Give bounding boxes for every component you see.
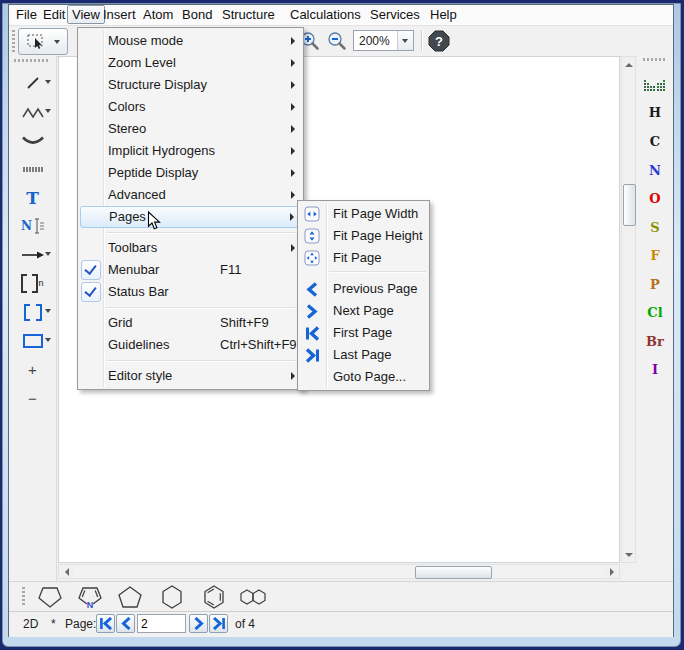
- charge-minus-tool[interactable]: −: [9, 385, 56, 411]
- bond-tool[interactable]: [9, 70, 56, 96]
- fit-page-width-icon: [304, 206, 320, 222]
- element-C[interactable]: C: [637, 132, 673, 152]
- menu-item-mouse-mode[interactable]: Mouse mode: [80, 30, 301, 52]
- submenu-arrow-icon: [291, 37, 295, 45]
- menu-item-previous-page[interactable]: Previous Page: [300, 278, 427, 300]
- horizontal-scrollbar-thumb[interactable]: [415, 566, 492, 579]
- atom-label-tool[interactable]: N: [9, 213, 56, 239]
- menu-item-peptide-display[interactable]: Peptide Display: [80, 162, 301, 184]
- bracket-tool[interactable]: [9, 299, 56, 325]
- rectangle-tool[interactable]: [9, 328, 56, 354]
- bracket-tool-dropdown-icon: [45, 309, 51, 313]
- menu-view[interactable]: View: [67, 5, 105, 24]
- toolbar-drag-handle[interactable]: [12, 30, 15, 52]
- statusbar: 2D * Page:: [9, 611, 673, 637]
- menu-bond[interactable]: Bond: [180, 5, 214, 25]
- menubar: File Edit View Insert Atom Bond Structur…: [9, 5, 673, 26]
- pyrrole-template[interactable]: N: [73, 583, 107, 610]
- elements-toolbar-drag-handle[interactable]: [643, 58, 667, 61]
- element-H[interactable]: H: [637, 103, 673, 123]
- scroll-left-button[interactable]: [59, 565, 74, 578]
- menu-structure[interactable]: Structure: [220, 5, 277, 25]
- cyclopentadiene-template[interactable]: [33, 583, 67, 610]
- zoom-combobox-dropdown[interactable]: [397, 31, 413, 50]
- menu-help[interactable]: Help: [428, 5, 459, 25]
- menu-calculations[interactable]: Calculations: [288, 5, 363, 25]
- text-tool[interactable]: T: [9, 185, 56, 211]
- menu-insert[interactable]: Insert: [101, 5, 138, 25]
- element-F[interactable]: F: [637, 246, 673, 266]
- menu-item-editor-style[interactable]: Editor style: [80, 365, 301, 387]
- template-toolbar-drag-handle[interactable]: [22, 587, 25, 607]
- menu-item-first-page[interactable]: First Page: [300, 322, 427, 344]
- menu-item-fit-page[interactable]: Fit Page: [300, 247, 427, 269]
- menu-item-stereo[interactable]: Stereo: [80, 118, 301, 140]
- page-number-input[interactable]: [137, 614, 186, 633]
- horizontal-scrollbar[interactable]: [58, 564, 620, 579]
- last-page-button[interactable]: [209, 614, 228, 633]
- arrow-tool[interactable]: [9, 242, 56, 268]
- element-O[interactable]: O: [637, 189, 673, 209]
- benzene-icon: [198, 584, 230, 610]
- hash-marks-icon: [22, 165, 44, 174]
- benzene-template[interactable]: [197, 583, 231, 610]
- cyclopentane-template[interactable]: [113, 583, 147, 610]
- cyclohexane-template[interactable]: [155, 583, 189, 610]
- element-N[interactable]: N: [637, 161, 673, 181]
- menu-atom[interactable]: Atom: [141, 5, 175, 25]
- repeating-group-tool[interactable]: n: [9, 270, 56, 296]
- zoom-out-icon[interactable]: [327, 31, 348, 52]
- menu-item-advanced[interactable]: Advanced: [80, 184, 301, 206]
- chain-tool[interactable]: [9, 99, 56, 125]
- menu-item-status-bar[interactable]: Status Bar: [80, 281, 301, 303]
- element-Cl[interactable]: Cl: [637, 303, 673, 323]
- scroll-up-button[interactable]: [622, 57, 635, 72]
- arc-tool[interactable]: [9, 127, 56, 153]
- first-page-button[interactable]: [96, 614, 115, 633]
- menu-item-pages[interactable]: Pages: [80, 206, 301, 228]
- element-I[interactable]: I: [637, 360, 673, 380]
- scroll-right-button[interactable]: [604, 565, 619, 578]
- menu-edit[interactable]: Edit: [41, 5, 67, 25]
- menu-item-zoom-level[interactable]: Zoom Level: [80, 52, 301, 74]
- menu-item-menubar[interactable]: Menubar F11: [80, 259, 301, 281]
- element-P[interactable]: P: [637, 275, 673, 295]
- naphthalene-template[interactable]: [237, 583, 271, 610]
- menu-item-colors[interactable]: Colors: [80, 96, 301, 118]
- view-menu-popup: Mouse mode Zoom Level Structure Display …: [77, 27, 304, 390]
- hash-bond-tool[interactable]: [9, 156, 56, 182]
- page-label: Page:: [65, 617, 96, 631]
- menu-item-structure-display[interactable]: Structure Display: [80, 74, 301, 96]
- menu-services[interactable]: Services: [368, 5, 422, 25]
- vertical-scrollbar-thumb[interactable]: [623, 184, 636, 226]
- submenu-arrow-icon: [291, 125, 295, 133]
- next-page-button[interactable]: [189, 614, 208, 633]
- periodic-table-icon[interactable]: [644, 80, 666, 95]
- selection-tool-button[interactable]: [18, 28, 68, 55]
- scroll-up-icon: [625, 63, 633, 67]
- menu-item-fit-page-width[interactable]: Fit Page Width: [300, 203, 427, 225]
- menu-item-goto-page[interactable]: Goto Page...: [300, 366, 427, 388]
- previous-page-button[interactable]: [116, 614, 135, 633]
- menu-item-toolbars[interactable]: Toolbars: [80, 237, 301, 259]
- menu-file[interactable]: File: [14, 5, 39, 25]
- menu-item-fit-page-height[interactable]: Fit Page Height: [300, 225, 427, 247]
- menu-item-implicit-hydrogens[interactable]: Implicit Hydrogens: [80, 140, 301, 162]
- charge-plus-tool[interactable]: +: [9, 356, 56, 382]
- scroll-down-button[interactable]: [622, 547, 635, 562]
- element-S[interactable]: S: [637, 218, 673, 238]
- submenu-arrow-icon: [291, 81, 295, 89]
- help-button[interactable]: ?: [428, 30, 450, 52]
- menu-item-next-page[interactable]: Next Page: [300, 300, 427, 322]
- menu-item-last-page[interactable]: Last Page: [300, 344, 427, 366]
- submenu-arrow-icon: [291, 191, 295, 199]
- menu-item-grid[interactable]: Grid Shift+F9: [80, 312, 301, 334]
- cyclohexane-icon: [156, 584, 188, 610]
- menu-item-guidelines[interactable]: Guidelines Ctrl+Shift+F9: [80, 334, 301, 356]
- tools-toolbar-drag-handle[interactable]: [14, 59, 50, 62]
- checkbox: [81, 260, 101, 280]
- submenu-arrow-icon: [290, 213, 294, 221]
- element-Br[interactable]: Br: [637, 332, 673, 352]
- zoom-level-combobox[interactable]: 200%: [353, 30, 414, 51]
- vertical-scrollbar[interactable]: [621, 56, 636, 563]
